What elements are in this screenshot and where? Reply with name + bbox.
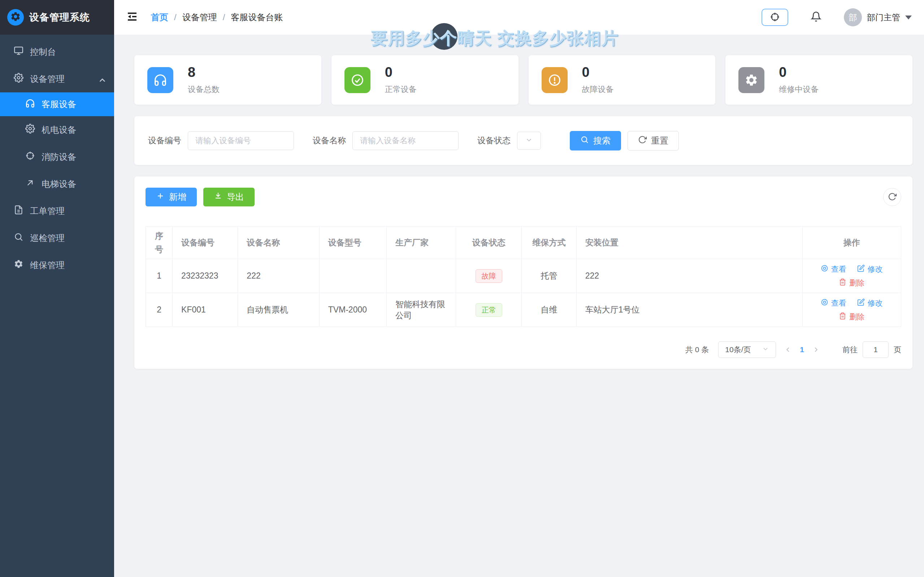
pagination: 共 0 条 10条/页 1 前往 页 bbox=[145, 342, 901, 358]
cell-model: TVM-2000 bbox=[319, 293, 386, 327]
export-button-label: 导出 bbox=[227, 191, 244, 203]
add-button[interactable]: 新增 bbox=[145, 188, 197, 206]
view-icon bbox=[821, 264, 831, 274]
sidebar-item-device-mgmt[interactable]: 设备管理 bbox=[0, 65, 114, 92]
stat-value: 0 bbox=[385, 65, 417, 80]
stat-value: 0 bbox=[582, 65, 614, 80]
sidebar-item-label: 工单管理 bbox=[30, 205, 65, 217]
col-header-model: 设备型号 bbox=[319, 227, 386, 259]
sidebar-item-label: 设备管理 bbox=[30, 73, 65, 85]
reset-button[interactable]: 重置 bbox=[628, 131, 679, 150]
logo-bar: 设备管理系统 bbox=[0, 0, 114, 35]
sidebar-item-work-order[interactable]: 工单管理 bbox=[0, 197, 114, 224]
fullscreen-aim-icon bbox=[770, 12, 780, 23]
app-title: 设备管理系统 bbox=[29, 11, 90, 24]
stat-value: 0 bbox=[779, 65, 819, 80]
app-logo bbox=[7, 9, 24, 26]
goto-page-input[interactable] bbox=[863, 342, 888, 358]
stat-card-normal: 0 正常设备 bbox=[331, 55, 519, 105]
edit-link[interactable]: 修改 bbox=[857, 264, 883, 274]
main-content: 8 设备总数 0 正常设备 0 故障设备 bbox=[114, 35, 924, 577]
edit-link[interactable]: 修改 bbox=[857, 298, 883, 308]
refresh-icon bbox=[888, 192, 897, 202]
cell-model bbox=[319, 259, 386, 293]
sidebar-item-label: 消防设备 bbox=[42, 151, 76, 163]
search-button-label: 搜索 bbox=[593, 135, 611, 147]
search-button[interactable]: 搜索 bbox=[570, 131, 621, 150]
download-icon bbox=[214, 192, 227, 202]
trash-icon bbox=[839, 312, 849, 322]
sidebar-item-maintenance[interactable]: 维保管理 bbox=[0, 251, 114, 279]
delete-link[interactable]: 删除 bbox=[839, 312, 864, 322]
cell-maintain: 自维 bbox=[522, 293, 576, 327]
cell-maintain: 托管 bbox=[522, 259, 576, 293]
export-button[interactable]: 导出 bbox=[203, 188, 255, 206]
page-size-select[interactable]: 10条/页 bbox=[718, 342, 776, 358]
cell-name: 222 bbox=[238, 259, 319, 293]
breadcrumb: 首页 / 设备管理 / 客服设备台账 bbox=[151, 11, 283, 23]
stat-label: 正常设备 bbox=[385, 84, 417, 95]
current-page[interactable]: 1 bbox=[800, 345, 804, 354]
device-code-label: 设备编号 bbox=[148, 135, 181, 146]
sidebar-item-fire-device[interactable]: 消防设备 bbox=[0, 143, 114, 170]
device-name-input[interactable] bbox=[352, 131, 459, 150]
cell-location: 222 bbox=[576, 259, 802, 293]
gear-icon bbox=[25, 124, 42, 136]
breadcrumb-home[interactable]: 首页 bbox=[151, 11, 168, 23]
sidebar-menu: 控制台 设备管理 客服设备 机电设备 消防设备 电梯设备 bbox=[0, 35, 114, 279]
plus-icon bbox=[156, 192, 169, 202]
stat-card-fault: 0 故障设备 bbox=[528, 55, 716, 105]
breadcrumb-separator: / bbox=[223, 12, 225, 23]
prev-page-button[interactable] bbox=[784, 346, 792, 354]
document-icon bbox=[14, 205, 30, 217]
breadcrumb-current: 客服设备台账 bbox=[231, 11, 283, 23]
cell-index: 2 bbox=[146, 293, 173, 327]
gear-icon bbox=[14, 73, 30, 85]
table-toolbar: 新增 导出 bbox=[145, 188, 901, 206]
stat-card-repairing: 0 维修中设备 bbox=[725, 55, 913, 105]
check-circle-icon bbox=[344, 67, 370, 93]
page-size-value: 10条/页 bbox=[725, 345, 751, 355]
sidebar-item-label: 机电设备 bbox=[42, 124, 76, 136]
col-header-maintain: 维保方式 bbox=[522, 227, 576, 259]
gear-filled-icon bbox=[14, 259, 30, 271]
cell-location: 车站大厅1号位 bbox=[576, 293, 802, 327]
device-status-label: 设备状态 bbox=[477, 135, 510, 146]
view-link[interactable]: 查看 bbox=[821, 264, 846, 274]
sidebar-item-elevator-device[interactable]: 电梯设备 bbox=[0, 170, 114, 197]
device-name-label: 设备名称 bbox=[313, 135, 346, 146]
col-header-manufacturer: 生产厂家 bbox=[386, 227, 456, 259]
device-code-input[interactable] bbox=[188, 131, 294, 150]
notification-bell-button[interactable] bbox=[811, 11, 821, 23]
refresh-icon bbox=[638, 135, 651, 146]
aim-icon bbox=[25, 151, 42, 163]
cell-manufacturer bbox=[386, 259, 456, 293]
user-menu[interactable]: 部 部门主管 bbox=[844, 8, 912, 26]
table-refresh-button[interactable] bbox=[883, 188, 901, 206]
sidebar-item-customer-device[interactable]: 客服设备 bbox=[0, 92, 114, 116]
sidebar-fold-button[interactable] bbox=[126, 11, 139, 23]
cell-code: 23232323 bbox=[173, 259, 238, 293]
view-link[interactable]: 查看 bbox=[821, 298, 846, 308]
header: 首页 / 设备管理 / 客服设备台账 部 部门主管 bbox=[114, 0, 924, 35]
device-status-select[interactable] bbox=[517, 132, 541, 150]
fullscreen-button[interactable] bbox=[761, 9, 788, 26]
user-name: 部门主管 bbox=[867, 12, 900, 23]
stat-value: 8 bbox=[188, 65, 220, 80]
monitor-icon bbox=[14, 46, 30, 58]
next-page-button[interactable] bbox=[812, 346, 820, 354]
sidebar-item-label: 电梯设备 bbox=[42, 178, 76, 190]
sidebar-item-inspection[interactable]: 巡检管理 bbox=[0, 224, 114, 251]
arrow-up-right-icon bbox=[25, 178, 42, 190]
trash-icon bbox=[839, 278, 849, 288]
col-header-code: 设备编号 bbox=[173, 227, 238, 259]
device-table: 序号 设备编号 设备名称 设备型号 生产厂家 设备状态 维保方式 安装位置 操作… bbox=[145, 226, 901, 327]
filter-card: 设备编号 设备名称 设备状态 搜索 重置 bbox=[134, 116, 913, 165]
stat-card-total: 8 设备总数 bbox=[134, 55, 321, 105]
edit-icon bbox=[857, 298, 867, 308]
sidebar-item-mech-device[interactable]: 机电设备 bbox=[0, 116, 114, 143]
sidebar-item-label: 控制台 bbox=[30, 46, 56, 58]
delete-link[interactable]: 删除 bbox=[839, 278, 864, 288]
sidebar-item-console[interactable]: 控制台 bbox=[0, 38, 114, 65]
goto-label: 前往 bbox=[842, 345, 858, 355]
